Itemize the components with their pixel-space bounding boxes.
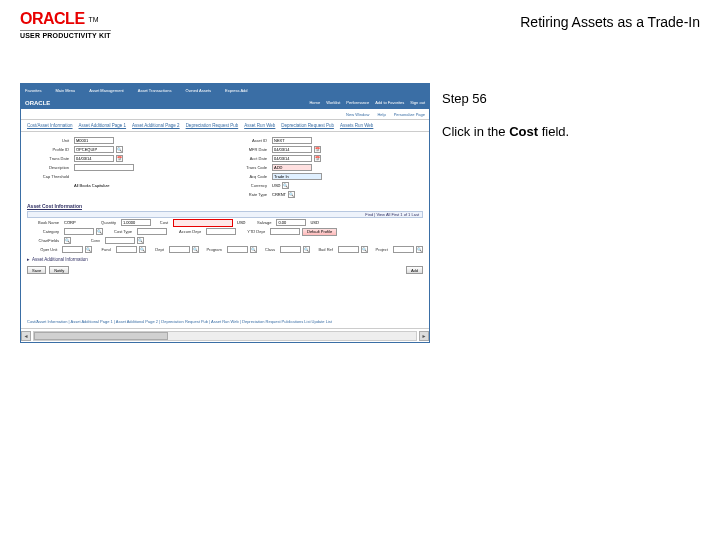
transdate-field[interactable]: 04/03/14 [74, 155, 114, 162]
ratetype-label: Rate Type [225, 192, 270, 197]
unit-field[interactable]: M0001 [74, 137, 114, 144]
transdate-label: Trans Date [27, 156, 72, 161]
dept-field[interactable] [169, 246, 190, 253]
app-brand: ORACLE [25, 100, 50, 106]
qty-label: Quantity [91, 220, 119, 225]
lookup-icon[interactable]: 🔍 [361, 246, 368, 253]
acqcode-label: Acq Code [225, 174, 270, 179]
assetid-field[interactable]: NEXT [272, 137, 312, 144]
costtype-label: Cost Type [105, 229, 135, 234]
instr-field: Cost [509, 124, 538, 139]
bud-label: Bud Ref [312, 247, 336, 252]
link-fav[interactable]: Add to Favorites [375, 100, 404, 105]
fund-label: Fund [94, 247, 113, 252]
desc-label: Description [27, 165, 72, 170]
notify-button[interactable]: Notify [49, 266, 69, 274]
lookup-icon[interactable]: 🔍 [192, 246, 199, 253]
lookup-icon[interactable]: 🔍 [303, 246, 310, 253]
lookup-icon[interactable]: 🔍 [116, 146, 123, 153]
lookup-icon[interactable]: 🔍 [137, 237, 144, 244]
link-help[interactable]: Help [377, 112, 385, 117]
oper-field[interactable] [62, 246, 83, 253]
tab[interactable]: Depreciation Request Pub [281, 123, 334, 128]
crumb[interactable]: Main Menu [55, 88, 75, 93]
calendar-icon[interactable]: 📅 [116, 155, 123, 162]
salv-field[interactable]: 0.00 [276, 219, 306, 226]
bud-field[interactable] [338, 246, 359, 253]
lookup-icon[interactable]: 🔍 [139, 246, 146, 253]
scrollbar-area: ◄ ► [21, 328, 429, 342]
lookup-icon[interactable]: 🔍 [85, 246, 92, 253]
footer-tabs-area: Cost/Asset Information | Asset Additiona… [21, 315, 429, 324]
cat-field[interactable] [64, 228, 94, 235]
calendar-icon[interactable]: 📅 [314, 155, 321, 162]
link-perf[interactable]: Performance [346, 100, 369, 105]
lookup-icon[interactable]: 🔍 [282, 182, 289, 189]
crumb[interactable]: Express Add [225, 88, 247, 93]
tab[interactable]: Cost/Asset Information [27, 123, 73, 128]
link-worklist[interactable]: Worklist [326, 100, 340, 105]
lookup-icon[interactable]: 🔍 [288, 191, 295, 198]
prog-label: Program [201, 247, 225, 252]
grid-nav[interactable]: Find | View All First 1 of 1 Last [365, 212, 419, 217]
app-brand-links: Home Worklist Performance Add to Favorit… [309, 100, 425, 105]
link-signout[interactable]: Sign out [410, 100, 425, 105]
crumb[interactable]: Owned Assets [186, 88, 212, 93]
link-home[interactable]: Home [309, 100, 320, 105]
tab[interactable]: Asset Additional Page 1 [79, 123, 127, 128]
accdate-field[interactable]: 04/03/14 [272, 155, 312, 162]
crumb[interactable]: Asset Management [89, 88, 123, 93]
currency-label: Currency [225, 183, 270, 188]
qty-field[interactable]: 1.0000 [121, 219, 151, 226]
mfrdate-label: MFR Date [225, 147, 270, 152]
assetid-label: Asset ID [225, 138, 270, 143]
conv-field[interactable] [105, 237, 135, 244]
tab[interactable]: Depreciation Request Pub [186, 123, 239, 128]
fund-field[interactable] [116, 246, 137, 253]
content-area: Favorites Main Menu Asset Management Ass… [0, 43, 720, 343]
scroll-left-button[interactable]: ◄ [21, 331, 31, 341]
acqcode-field[interactable]: Trade In [272, 173, 322, 180]
brand-subtitle: USER PRODUCTIVITY KIT [20, 30, 111, 39]
save-button[interactable]: Save [27, 266, 46, 274]
page-title: Retiring Assets as a Trade-In [520, 10, 700, 30]
accum-field[interactable] [206, 228, 236, 235]
desc-field[interactable] [74, 164, 134, 171]
add-button[interactable]: Add [406, 266, 423, 274]
tab[interactable]: Assets Run Web [340, 123, 373, 128]
caplimit-label: Cap Threshold [27, 174, 72, 179]
cost-field[interactable] [173, 219, 233, 227]
profile-field[interactable]: OPCEQUIP [74, 146, 114, 153]
subheader: New Window Help Personalize Page [21, 110, 429, 120]
lookup-icon[interactable]: 🔍 [416, 246, 423, 253]
calendar-icon[interactable]: 📅 [314, 146, 321, 153]
capcb-text[interactable]: All Books Capitalize [74, 183, 109, 188]
instr-post: field. [538, 124, 569, 139]
oper-label: Oper Unit [27, 247, 60, 252]
grid-toolbar: Find | View All First 1 of 1 Last [27, 211, 423, 218]
tab[interactable]: Asset Run Web [244, 123, 275, 128]
lookup-icon[interactable]: 🔍 [64, 237, 71, 244]
oracle-logo: ORACLE TM [20, 10, 111, 28]
link-newwindow[interactable]: New Window [346, 112, 369, 117]
crumb[interactable]: Asset Transactions [138, 88, 172, 93]
mfrdate-field[interactable]: 04/03/14 [272, 146, 312, 153]
costtype-field[interactable] [137, 228, 167, 235]
lookup-icon[interactable]: 🔍 [250, 246, 257, 253]
scroll-thumb[interactable] [34, 332, 168, 340]
scroll-track[interactable] [33, 331, 417, 341]
ytd-field[interactable] [270, 228, 300, 235]
crumb[interactable]: Favorites [25, 88, 41, 93]
scroll-right-button[interactable]: ► [419, 331, 429, 341]
footer-tabs[interactable]: Cost/Asset Information | Asset Additiona… [27, 319, 423, 324]
transcode-field[interactable]: ADD [272, 164, 312, 171]
step-number: Step 56 [442, 91, 700, 106]
proj-field[interactable] [393, 246, 414, 253]
link-personalize[interactable]: Personalize Page [394, 112, 425, 117]
default-profile-button[interactable]: Default Profile [302, 228, 337, 236]
lookup-icon[interactable]: 🔍 [96, 228, 103, 235]
tab[interactable]: Asset Additional Page 2 [132, 123, 180, 128]
expand-section[interactable]: ▸ Asset Additional Information [27, 257, 423, 262]
prog-field[interactable] [227, 246, 248, 253]
class-field[interactable] [280, 246, 301, 253]
